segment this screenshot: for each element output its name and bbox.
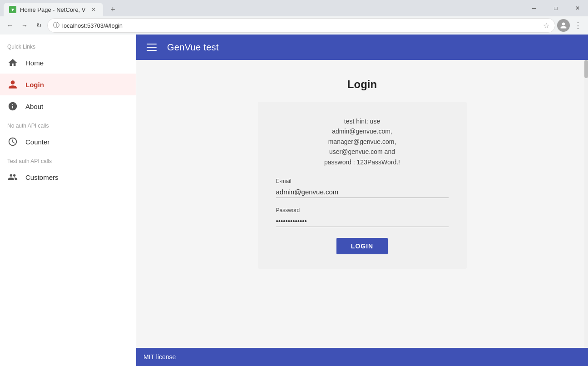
no-auth-label: No auth API calls — [0, 117, 136, 131]
forward-button[interactable]: → — [18, 19, 31, 32]
footer-text: MIT license — [143, 353, 176, 361]
test-auth-label: Test auth API calls — [0, 153, 136, 166]
browser-tab[interactable]: ▼ Home Page - NetCore, V ✕ — [4, 3, 103, 16]
email-input[interactable] — [276, 186, 449, 198]
app-title: GenVue test — [167, 42, 219, 53]
maximize-button[interactable]: □ — [545, 1, 566, 15]
sidebar-item-about-label: About — [25, 103, 43, 110]
sidebar-item-login-label: Login — [25, 81, 44, 89]
profile-button[interactable] — [557, 19, 570, 32]
home-icon — [7, 57, 18, 68]
back-button[interactable]: ← — [4, 19, 16, 32]
sidebar-item-customers[interactable]: Customers — [0, 166, 136, 188]
window-controls: ─ □ ✕ — [524, 0, 588, 16]
footer: MIT license — [136, 348, 588, 366]
hamburger-icon — [147, 44, 157, 51]
password-label: Password — [276, 207, 449, 213]
sidebar-item-login[interactable]: Login — [0, 74, 136, 95]
browser-chrome: ▼ Home Page - NetCore, V ✕ + ─ □ ✕ ← → ↻… — [0, 0, 588, 35]
top-bar: GenVue test — [136, 35, 588, 60]
minimize-button[interactable]: ─ — [524, 1, 544, 15]
password-form-group: Password — [276, 207, 449, 227]
info-icon — [7, 101, 18, 112]
hamburger-button[interactable] — [143, 39, 160, 55]
password-input[interactable] — [276, 215, 449, 227]
login-person-icon — [7, 79, 18, 90]
lock-icon: ⓘ — [53, 21, 59, 30]
email-form-group: E-mail — [276, 178, 449, 198]
address-bar[interactable]: ⓘ ☆ — [47, 18, 555, 33]
reload-button[interactable]: ↻ — [33, 19, 45, 32]
sidebar-item-counter-label: Counter — [25, 138, 49, 146]
sidebar-item-counter[interactable]: Counter — [0, 131, 136, 153]
customers-icon — [7, 172, 18, 183]
scrollbar-track — [584, 60, 588, 348]
page-title: Login — [347, 78, 377, 91]
sidebar-item-home[interactable]: Home — [0, 52, 136, 74]
tab-title: Home Page - NetCore, V — [20, 6, 86, 13]
scrollbar-thumb[interactable] — [584, 60, 588, 78]
login-card: test hint: use admin@genvue.com, manager… — [258, 102, 467, 269]
tab-close-button[interactable]: ✕ — [89, 5, 98, 14]
sidebar-item-home-label: Home — [25, 59, 44, 67]
close-button[interactable]: ✕ — [567, 1, 588, 15]
page-content: Login test hint: use admin@genvue.com, m… — [136, 60, 588, 348]
counter-icon — [7, 136, 18, 147]
bookmark-icon[interactable]: ☆ — [543, 21, 549, 30]
login-button[interactable]: LOGIN — [336, 238, 388, 254]
tab-favicon: ▼ — [9, 6, 16, 13]
sidebar: Quick Links Home Login About No auth API… — [0, 35, 136, 366]
main-content: GenVue test Login test hint: use admin@g… — [136, 35, 588, 366]
browser-menu-button[interactable]: ⋮ — [572, 19, 584, 32]
quick-links-label: Quick Links — [0, 38, 136, 52]
new-tab-button[interactable]: + — [107, 3, 119, 16]
sidebar-item-customers-label: Customers — [25, 173, 59, 181]
url-input[interactable] — [62, 22, 540, 29]
hint-text: test hint: use admin@genvue.com, manager… — [276, 116, 449, 167]
navigation-bar: ← → ↻ ⓘ ☆ ⋮ — [0, 16, 588, 35]
sidebar-item-about[interactable]: About — [0, 95, 136, 117]
app-container: Quick Links Home Login About No auth API… — [0, 35, 588, 366]
email-label: E-mail — [276, 178, 449, 184]
